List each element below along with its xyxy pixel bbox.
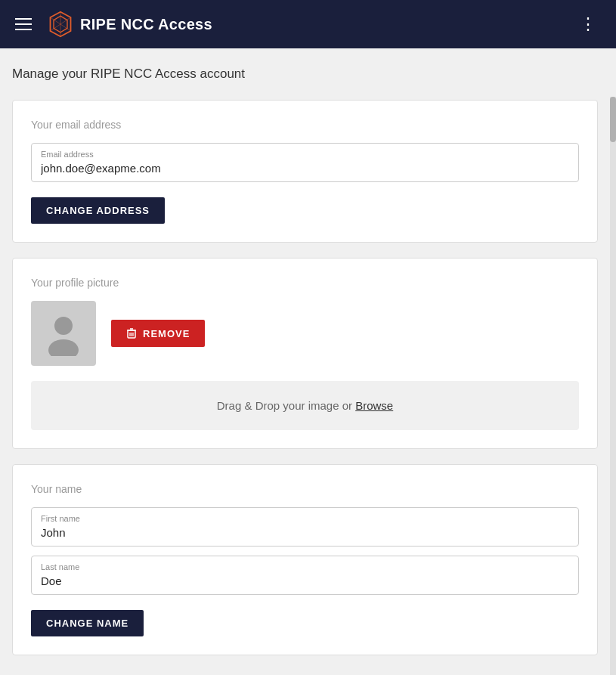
last-name-input[interactable] [41, 574, 569, 587]
trash-icon [126, 327, 137, 339]
profile-picture-section-card: Your profile picture [12, 258, 598, 449]
last-name-input-group: Last name [31, 556, 579, 595]
remove-button-label: REMOVE [143, 328, 190, 339]
first-name-label: First name [41, 514, 569, 523]
email-input[interactable] [41, 162, 569, 175]
change-address-button[interactable]: CHANGE ADDRESS [31, 197, 165, 224]
last-name-label: Last name [41, 562, 569, 571]
app-title: RIPE NCC Access [80, 16, 212, 33]
main-content: Manage your RIPE NCC Access account Your… [0, 48, 610, 675]
page-title: Manage your RIPE NCC Access account [12, 67, 598, 82]
hamburger-icon[interactable] [12, 15, 35, 33]
profile-section-label: Your profile picture [31, 277, 579, 289]
name-section-label: Your name [31, 483, 579, 495]
email-section-label: Your email address [31, 119, 579, 131]
avatar-icon [41, 311, 86, 356]
scrollbar-track [610, 97, 616, 675]
email-input-label: Email address [41, 150, 569, 159]
browse-link[interactable]: Browse [355, 399, 393, 412]
svg-point-5 [54, 317, 73, 335]
email-input-group: Email address [31, 143, 579, 182]
app-header: RIPE NCC Access ⋮ [0, 0, 616, 48]
avatar [31, 301, 96, 366]
svg-point-6 [48, 339, 79, 356]
first-name-input[interactable] [41, 526, 569, 539]
header-left: RIPE NCC Access [12, 11, 212, 38]
more-options-icon[interactable]: ⋮ [574, 11, 604, 37]
first-name-input-group: First name [31, 507, 579, 547]
name-section-card: Your name First name Last name CHANGE NA… [12, 464, 598, 655]
scrollbar-thumb[interactable] [610, 97, 616, 142]
drop-text: Drag & Drop your image or [217, 399, 355, 412]
email-section-card: Your email address Email address CHANGE … [12, 100, 598, 243]
ripe-ncc-logo [47, 11, 74, 38]
profile-pic-area: REMOVE [31, 301, 579, 366]
remove-picture-button[interactable]: REMOVE [111, 320, 205, 347]
change-name-button[interactable]: CHANGE NAME [31, 610, 144, 636]
drop-zone[interactable]: Drag & Drop your image or Browse [31, 381, 579, 430]
logo-area: RIPE NCC Access [47, 11, 212, 38]
